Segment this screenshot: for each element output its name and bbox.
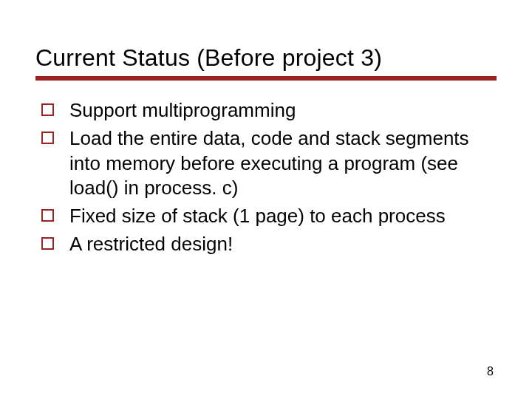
square-bullet-icon bbox=[41, 237, 54, 250]
slide-title: Current Status (Before project 3) bbox=[35, 44, 497, 81]
list-item: Load the entire data, code and stack seg… bbox=[35, 126, 497, 201]
square-bullet-icon bbox=[41, 209, 54, 222]
list-item: Fixed size of stack (1 page) to each pro… bbox=[35, 204, 497, 229]
bullet-text: Load the entire data, code and stack seg… bbox=[69, 127, 469, 200]
bullet-text: A restricted design! bbox=[69, 233, 233, 255]
list-item: Support multiprogramming bbox=[35, 98, 497, 123]
square-bullet-icon bbox=[41, 103, 54, 116]
slide: Current Status (Before project 3) Suppor… bbox=[0, 0, 532, 399]
page-number: 8 bbox=[487, 365, 494, 378]
bullet-text: Fixed size of stack (1 page) to each pro… bbox=[69, 205, 446, 227]
list-item: A restricted design! bbox=[35, 232, 497, 257]
bullet-text: Support multiprogramming bbox=[69, 99, 296, 121]
bullet-list: Support multiprogramming Load the entire… bbox=[35, 98, 497, 257]
square-bullet-icon bbox=[41, 132, 54, 144]
